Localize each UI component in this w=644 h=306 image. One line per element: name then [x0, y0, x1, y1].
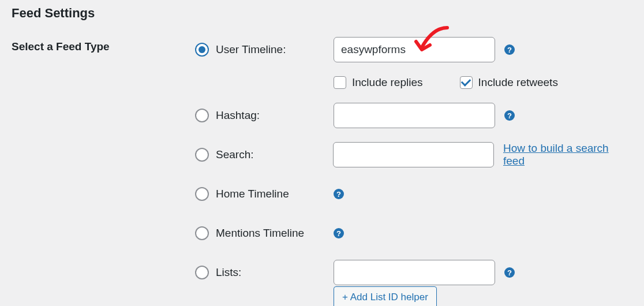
include-retweets-label: Include retweets: [478, 76, 558, 89]
help-icon[interactable]: ?: [334, 228, 344, 238]
mentions-timeline-label: Mentions Timeline: [216, 227, 304, 240]
home-timeline-label: Home Timeline: [216, 188, 289, 200]
lists-input[interactable]: [334, 260, 495, 285]
hashtag-label: Hashtag:: [216, 109, 260, 122]
radio-lists[interactable]: [195, 266, 209, 279]
radio-user-timeline[interactable]: [195, 43, 209, 57]
field-label: Select a Feed Type: [12, 37, 195, 53]
help-icon[interactable]: ?: [504, 110, 515, 121]
radio-hashtag[interactable]: [195, 109, 209, 122]
radio-search[interactable]: [195, 148, 209, 162]
section-title: Feed Settings: [12, 6, 632, 21]
hashtag-input[interactable]: [334, 103, 495, 128]
radio-home-timeline[interactable]: [195, 187, 209, 201]
checkbox-include-replies[interactable]: [334, 76, 346, 89]
search-input[interactable]: [333, 142, 494, 167]
include-replies-label: Include replies: [352, 76, 423, 89]
checkbox-include-retweets[interactable]: [460, 76, 473, 89]
help-icon[interactable]: ?: [504, 267, 515, 278]
radio-mentions-timeline[interactable]: [195, 226, 209, 240]
add-list-id-helper-button[interactable]: + Add List ID helper: [334, 286, 437, 306]
user-timeline-input[interactable]: [334, 37, 495, 62]
lists-label: Lists:: [216, 266, 241, 279]
help-icon[interactable]: ?: [504, 44, 515, 55]
search-help-link[interactable]: How to build a search feed: [503, 142, 632, 167]
user-timeline-label: User Timeline:: [216, 43, 286, 56]
search-label: Search:: [216, 148, 253, 161]
help-icon[interactable]: ?: [334, 189, 344, 199]
